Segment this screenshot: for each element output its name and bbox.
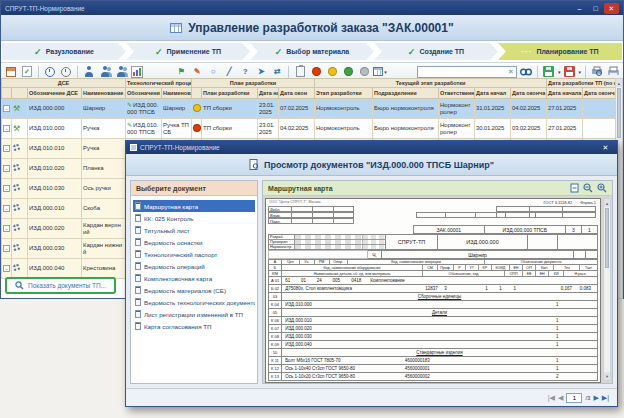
status-red-icon[interactable] [309, 65, 323, 79]
report-icon[interactable] [130, 65, 144, 79]
column-header[interactable]: Этап разработки [315, 88, 373, 99]
table-view-dropdown[interactable]: ▾ [373, 67, 387, 76]
task-check-icon[interactable]: ✓ [20, 65, 34, 79]
column-header[interactable]: План разработки [202, 88, 258, 99]
pencil-marker-icon[interactable]: ✎ [190, 65, 204, 79]
circle-marker-icon[interactable]: ○ [206, 65, 220, 79]
column-header[interactable] [192, 88, 202, 99]
flag-marker-icon[interactable]: ⚑ [174, 65, 188, 79]
dialog-header: Просмотр документов "ИЗД.000.000 ТПСБ Ша… [126, 154, 617, 176]
prev-page-icon[interactable]: ◀ [558, 394, 563, 402]
workflow-step-2[interactable]: ✓Применение ТП [126, 43, 250, 60]
row-expander[interactable]: - [3, 125, 10, 132]
last-page-icon[interactable]: ▶| [602, 394, 609, 402]
workflow-step-4[interactable]: ✓Создание ТП [374, 43, 498, 60]
document-icon [135, 238, 141, 246]
row-expander[interactable]: - [3, 205, 10, 212]
document-preview-icon [249, 159, 259, 170]
column-header[interactable]: Дата оконча [511, 88, 547, 99]
next-page-icon[interactable]: ▶ [593, 394, 598, 402]
workflow-step-1[interactable]: ✓Разузлование [2, 43, 126, 60]
route-map-rows: А 016101240050418КомплектованиеБ 02Д7508… [268, 277, 598, 381]
document-list-item[interactable]: Лист регистрации изменений в ТП [133, 308, 255, 320]
status-yellow-icon[interactable] [325, 65, 339, 79]
minimize-button[interactable]: – [572, 3, 587, 14]
row-expander[interactable]: - [3, 145, 10, 152]
clipboard-icon[interactable] [293, 65, 307, 79]
save-green-icon[interactable] [542, 65, 556, 79]
column-header[interactable]: Дата окончан [583, 88, 618, 99]
gear-icon [13, 224, 20, 231]
column-header[interactable] [12, 88, 28, 99]
slash-marker-icon[interactable]: ╱ [222, 65, 236, 79]
row-expander[interactable]: - [3, 165, 10, 172]
show-tp-documents-button[interactable]: Показать документы ТП... [5, 277, 116, 294]
system-name: СПРУТ-ТП [386, 234, 438, 250]
share-marker-icon[interactable]: ⇄ [270, 65, 284, 79]
page-number-input[interactable] [566, 393, 582, 403]
table-row[interactable]: -⚒ИЗД.000.000Шарнир✎ИЗД.000.000 ТПСБШарн… [2, 99, 618, 119]
save-red-dropdown-icon[interactable]: ▾ [579, 69, 582, 75]
table-row[interactable]: -⚒ИЗД.010.000Ручка✎ИЗД.010.000 ТПСБРучка… [2, 119, 618, 139]
clock-icon[interactable] [43, 65, 57, 79]
users-icon[interactable] [98, 65, 112, 79]
document-list-item[interactable]: Ведомость операций [133, 260, 255, 272]
search-input[interactable] [420, 68, 508, 76]
document-list-item[interactable]: Комплектовочная карта [133, 272, 255, 284]
arrow-marker-icon[interactable]: ➤ [254, 65, 268, 79]
route-map-headers: АЦехУч.РМОпер.Код, наименование операции… [268, 259, 598, 277]
close-button[interactable]: ✕ [604, 3, 619, 14]
calendar-icon[interactable] [4, 65, 18, 79]
workflow-step-3[interactable]: ✓Выбор материала [250, 43, 374, 60]
page-total-label: /3 [585, 395, 590, 401]
zoom-in-icon[interactable] [597, 183, 607, 193]
question-marker-icon[interactable]: ? [238, 65, 252, 79]
document-list-item[interactable]: Ведомость технологических документов [133, 296, 255, 308]
row-expander[interactable]: - [3, 265, 10, 272]
column-header[interactable]: Наименование ДС [82, 88, 126, 99]
save-green-dropdown-icon[interactable]: ▾ [558, 69, 561, 75]
document-label: Ведомость технологических документов [144, 299, 255, 306]
column-header[interactable] [2, 88, 12, 99]
preview-scrollbar[interactable]: ▲ ▼ [603, 198, 611, 381]
status-gray-icon[interactable] [357, 65, 371, 79]
document-icon [135, 310, 141, 318]
row-expander[interactable]: - [3, 105, 10, 112]
show-tp-documents-label: Показать документы ТП... [28, 282, 106, 289]
document-list-item[interactable]: Ведомость материалов (СЕ) [133, 284, 255, 296]
clock-search-icon[interactable] [59, 65, 73, 79]
printer-icon[interactable] [606, 65, 620, 79]
first-page-icon[interactable]: |◀ [548, 394, 555, 402]
print-preview-icon[interactable] [590, 65, 604, 79]
zoom-out-icon[interactable] [583, 183, 593, 193]
column-header[interactable]: Дата окон [279, 88, 315, 99]
document-icon [135, 214, 141, 222]
column-header[interactable]: Подразделение [373, 88, 439, 99]
dialog-close-icon[interactable]: ✕ [598, 143, 613, 153]
workflow-step-5[interactable]: ···Планирование ТП [498, 43, 622, 60]
binoculars-icon[interactable] [519, 65, 533, 79]
document-list-item[interactable]: КК: 025 Контроль [133, 212, 255, 224]
fit-page-icon[interactable] [570, 183, 579, 193]
status-green-icon[interactable] [341, 65, 355, 79]
document-list-item[interactable]: Титульный лист [133, 224, 255, 236]
row-expander[interactable]: - [3, 225, 10, 232]
document-list-item[interactable]: Маршрутная карта [133, 200, 255, 212]
document-list-item[interactable]: Карта согласования ТП [133, 320, 255, 332]
column-header[interactable]: Обозначение ДСЕ [28, 88, 82, 99]
document-list-item[interactable]: Технологический паспорт [133, 248, 255, 260]
user-group-icon[interactable] [114, 65, 128, 79]
clear-search-icon[interactable]: ✕ [508, 68, 514, 76]
column-header[interactable]: Дата на [258, 88, 279, 99]
document-list-item[interactable]: Ведомость оснастки [133, 236, 255, 248]
user-icon[interactable] [82, 65, 96, 79]
row-expander[interactable]: - [3, 245, 10, 252]
row-expander[interactable]: - [3, 185, 10, 192]
maximize-button[interactable]: □ [588, 3, 603, 14]
column-header[interactable]: Наименова [162, 88, 192, 99]
column-header[interactable]: Обозначени [126, 88, 162, 99]
column-header[interactable]: Дата начала [547, 88, 583, 99]
column-header[interactable]: Дата начал [475, 88, 511, 99]
save-red-icon[interactable] [563, 65, 577, 79]
column-header[interactable]: Ответственны [439, 88, 475, 99]
